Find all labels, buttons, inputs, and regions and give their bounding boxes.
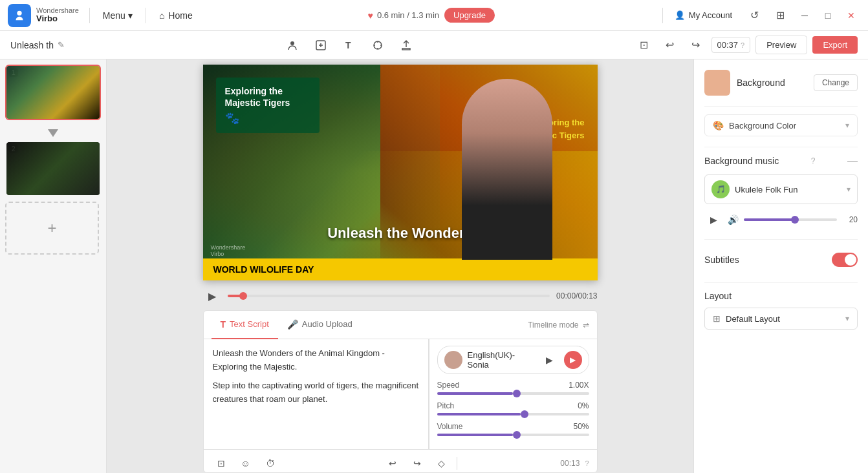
volume-slider[interactable] [437, 434, 589, 436]
music-help-icon[interactable]: ? [811, 156, 816, 165]
slide-thumbnail-2 [6, 142, 100, 195]
history-button[interactable]: ↺ [744, 5, 765, 26]
preview-button[interactable]: Preview [755, 36, 807, 54]
music-name: Ukulele Folk Fun [735, 185, 841, 194]
sticker-tool-button[interactable] [309, 34, 332, 57]
undo-button[interactable]: ↩ [660, 35, 680, 56]
divider-color [704, 147, 858, 147]
upgrade-button[interactable]: Upgrade [444, 8, 495, 23]
script-bottom-toolbar: ⊡ ☺ ⏱ ↩ ↪ ◇ 00:13 ? [204, 449, 597, 473]
color-icon: 🎨 [713, 120, 724, 131]
slide-item-1[interactable]: 1 [5, 65, 101, 120]
volume-number: 20 [842, 215, 858, 224]
script-line-2: Step into the captivating world of tiger… [213, 379, 419, 406]
close-button[interactable]: ✕ [842, 6, 860, 25]
export-button[interactable]: Export [812, 36, 858, 54]
editor-toolbar: Unleash th ✎ T ⊡ ↩ ↪ 00:37 ? Preview Exp… [0, 31, 868, 59]
bottom-text: WORLD WILOLIFE DAY [213, 264, 314, 275]
minimize-button[interactable]: ─ [796, 6, 814, 25]
speed-slider[interactable] [437, 392, 589, 395]
play-button[interactable]: ▶ [203, 287, 221, 305]
slide-thumbnail-1 [6, 66, 100, 119]
voice-panel: English(UK)-Sonia ▶ ▶ Speed 1.00X [429, 339, 597, 449]
user-icon: 👤 [675, 10, 685, 20]
layout-chevron-icon: ▾ [845, 314, 849, 323]
divider-3 [662, 8, 663, 23]
change-background-button[interactable]: Change [814, 74, 858, 91]
timer-button[interactable]: ⏱ [261, 454, 280, 473]
music-play-button[interactable]: ▶ [704, 211, 722, 229]
add-slide-button[interactable]: + [5, 202, 99, 255]
playback-time: 00:00/00:13 [556, 291, 597, 300]
music-title: Background music [704, 156, 779, 166]
video-canvas: Exploring the Majestic Tigers 🐾 Explorin… [203, 65, 598, 280]
toolbar-right: ⊡ ↩ ↪ 00:37 ? Preview Export [634, 35, 858, 56]
avatar-tool-button[interactable] [281, 34, 304, 57]
script-line-1: Unleash the Wonders of the Animal Kingdo… [213, 347, 419, 374]
divider-1 [89, 8, 90, 23]
format-button[interactable]: ◇ [432, 454, 451, 473]
upload-tool-button[interactable] [395, 34, 418, 57]
timeline-mode-icon: ⇌ [583, 321, 589, 330]
overlay-title: Exploring the Majestic Tigers [225, 85, 310, 109]
account-button[interactable]: 👤 My Account [668, 6, 739, 24]
volume-fill [437, 434, 514, 436]
text-tab-icon: T [221, 319, 226, 330]
bg-color-row[interactable]: 🎨 Background Color ▾ [704, 114, 858, 136]
timeline-mode-toggle[interactable]: Timeline mode ⇌ [528, 321, 589, 330]
speed-thumb [513, 390, 521, 397]
layout-section: Layout ⊞ Default Layout ▾ [704, 291, 858, 330]
time-display: 00:37 ? [711, 37, 751, 53]
insert-button[interactable]: ⊡ [212, 454, 231, 473]
music-collapse-icon[interactable]: — [847, 155, 858, 167]
volume-icon: 🔊 [728, 215, 739, 225]
volume-fill-music [744, 218, 795, 221]
topbar-center: ♥ 0.6 min / 1.3 min Upgrade [206, 8, 657, 23]
divider-subtitles [704, 282, 858, 283]
text-tool-button[interactable]: T [338, 34, 361, 57]
playback-bar: ▶ 00:00/00:13 [203, 287, 598, 305]
voice-avatar [444, 351, 462, 369]
help-script-icon: ? [585, 459, 589, 467]
app-logo [8, 4, 31, 27]
edit-icon[interactable]: ✎ [58, 40, 65, 50]
slide-item-2[interactable]: 2 [5, 141, 101, 196]
slide-separator-1 [5, 125, 101, 141]
thumbnail-button[interactable]: ⊡ [634, 35, 655, 56]
volume-slider-music[interactable] [744, 218, 837, 221]
chevron-down-icon: ▾ [128, 10, 133, 21]
voice-expand-button[interactable]: ▶ [541, 351, 559, 369]
emoji-button[interactable]: ☺ [236, 454, 255, 473]
music-selector[interactable]: 🎵 Ukulele Folk Fun ▾ [704, 174, 858, 204]
menu-button[interactable]: Menu ▾ [95, 6, 140, 25]
music-controls: ▶ 🔊 20 [704, 211, 858, 229]
voice-name: English(UK)-Sonia [468, 350, 536, 370]
tab-audio-upload[interactable]: 🎤 Audio Upload [278, 311, 362, 339]
voice-play-button[interactable]: ▶ [564, 351, 582, 369]
canvas-background: Exploring the Majestic Tigers 🐾 Explorin… [203, 65, 598, 280]
layout-selector[interactable]: ⊞ Default Layout ▾ [704, 308, 858, 330]
subtitles-toggle[interactable] [832, 253, 858, 267]
pitch-thumb [521, 410, 528, 418]
home-button[interactable]: ⌂ Home [151, 6, 201, 25]
grid-button[interactable]: ⊞ [770, 5, 790, 26]
tab-text-script[interactable]: T Text Script [212, 311, 278, 339]
undo-script-button[interactable]: ↩ [383, 454, 402, 473]
voice-selector[interactable]: English(UK)-Sonia ▶ ▶ [437, 346, 589, 374]
effects-tool-button[interactable] [366, 34, 389, 57]
chevron-right-icon: ▾ [845, 121, 849, 130]
pitch-header: Pitch 0% [437, 401, 589, 410]
redo-button[interactable]: ↪ [686, 35, 706, 56]
script-text-area[interactable]: Unleash the Wonders of the Animal Kingdo… [204, 339, 429, 449]
redo-script-button[interactable]: ↪ [407, 454, 427, 473]
bg-music-section: Background music ? — 🎵 Ukulele Folk Fun … [704, 155, 858, 229]
script-time: 00:13 [560, 459, 580, 468]
maximize-button[interactable]: □ [819, 6, 837, 25]
progress-track[interactable] [228, 295, 550, 297]
settings-panel: Background Change 🎨 Background Color ▾ B… [693, 59, 868, 473]
canvas-bottom-bar: WORLD WILOLIFE DAY [203, 258, 598, 280]
background-section: Background Change [704, 70, 858, 96]
slide-panel: 1 2 + [0, 59, 107, 473]
pitch-slider[interactable] [437, 413, 589, 415]
main-layout: 1 2 + Explo [0, 59, 868, 473]
